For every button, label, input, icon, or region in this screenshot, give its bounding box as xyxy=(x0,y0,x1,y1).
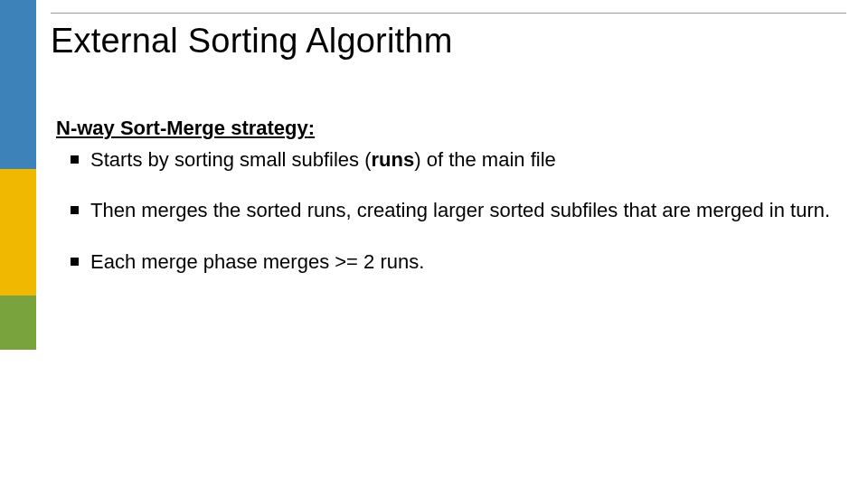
bullet-text-bold: runs xyxy=(372,148,415,171)
body-heading: N-way Sort-Merge strategy: xyxy=(56,116,834,142)
list-item: Each merge phase merges >= 2 runs. xyxy=(90,249,834,276)
slide-title: External Sorting Algorithm xyxy=(51,22,453,61)
heading-text: N-way Sort-Merge strategy xyxy=(56,117,308,139)
bullet-text-pre: Each merge phase merges >= 2 runs. xyxy=(90,250,424,273)
bullet-text-post: ) of the main file xyxy=(414,148,556,171)
bullet-text-pre: Then merges the sorted runs, creating la… xyxy=(90,199,830,221)
slide-body: N-way Sort-Merge strategy: Starts by sor… xyxy=(56,116,834,300)
sidebar-accent-blue xyxy=(0,0,36,169)
sidebar-accent-green xyxy=(0,296,36,350)
sidebar-accent-orange xyxy=(0,169,36,296)
bullet-text-pre: Starts by sorting small subfiles ( xyxy=(90,148,372,171)
heading-colon: : xyxy=(308,117,315,139)
slide: External Sorting Algorithm N-way Sort-Me… xyxy=(0,0,868,488)
list-item: Starts by sorting small subfiles (runs) … xyxy=(90,147,834,174)
title-divider xyxy=(51,13,846,14)
list-item: Then merges the sorted runs, creating la… xyxy=(90,198,834,224)
bullet-list: Starts by sorting small subfiles (runs) … xyxy=(56,147,834,276)
